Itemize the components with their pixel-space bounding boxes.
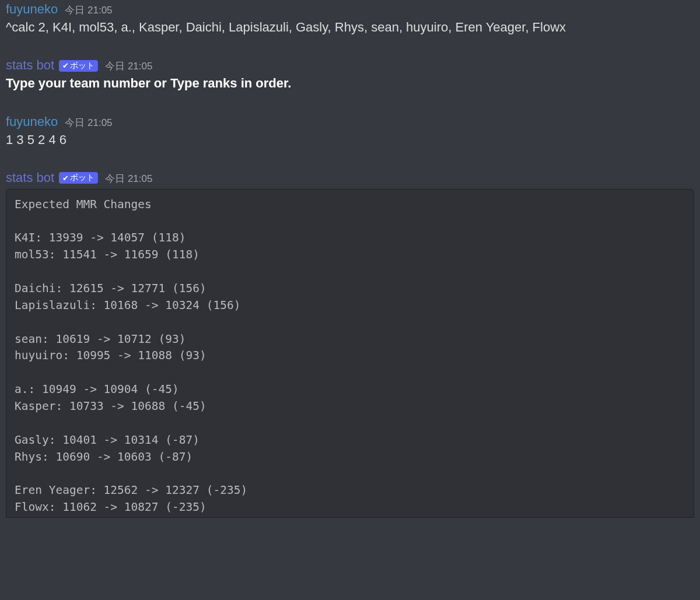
bot-badge-text: ボット	[70, 61, 94, 71]
chat-message: fuyuneko 今日 21:05 1 3 5 2 4 6	[0, 113, 700, 159]
chat-message: stats bot ✔ ボット 今日 21:05 Type your team …	[0, 57, 700, 103]
message-text[interactable]: Type your team number or Type ranks in o…	[6, 75, 694, 92]
message-header: stats bot ✔ ボット 今日 21:05	[6, 58, 694, 73]
bot-badge: ✔ ボット	[59, 172, 98, 184]
verified-check-icon: ✔	[62, 61, 69, 70]
message-header: fuyuneko 今日 21:05	[6, 2, 694, 17]
code-block[interactable]: Expected MMR Changes K4I: 13939 -> 14057…	[6, 189, 694, 518]
message-text[interactable]: 1 3 5 2 4 6	[6, 131, 694, 149]
message-text[interactable]: ^calc 2, K4I, mol53, a., Kasper, Daichi,…	[6, 19, 694, 36]
author-username[interactable]: stats bot	[6, 170, 54, 185]
message-timestamp: 今日 21:05	[65, 3, 112, 17]
bot-badge-text: ボット	[70, 173, 94, 183]
author-username[interactable]: fuyuneko	[6, 2, 58, 17]
chat-message: fuyuneko 今日 21:05 ^calc 2, K4I, mol53, a…	[0, 0, 700, 47]
chat-messages: fuyuneko 今日 21:05 ^calc 2, K4I, mol53, a…	[0, 0, 700, 518]
message-timestamp: 今日 21:05	[105, 172, 152, 185]
message-header: fuyuneko 今日 21:05	[6, 114, 694, 129]
message-header: stats bot ✔ ボット 今日 21:05	[6, 170, 694, 185]
verified-check-icon: ✔	[62, 174, 69, 183]
bot-badge: ✔ ボット	[59, 60, 98, 72]
author-username[interactable]: stats bot	[6, 58, 54, 73]
chat-message: stats bot ✔ ボット 今日 21:05 Expected MMR Ch…	[0, 169, 700, 518]
message-timestamp: 今日 21:05	[105, 59, 152, 73]
message-timestamp: 今日 21:05	[65, 116, 112, 129]
author-username[interactable]: fuyuneko	[6, 114, 58, 129]
